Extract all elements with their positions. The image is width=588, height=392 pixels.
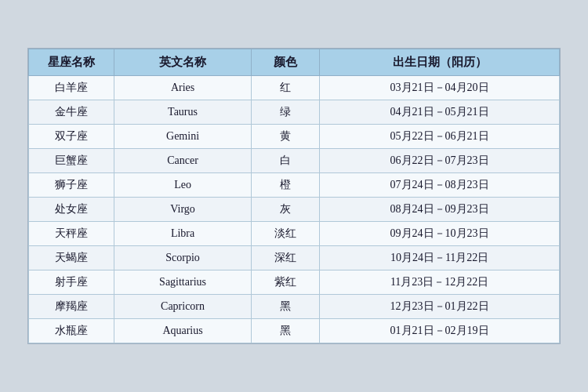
table-row: 白羊座Aries红03月21日－04月20日 [29,76,560,100]
cell-color: 深红 [251,246,319,270]
cell-chinese: 狮子座 [29,173,114,198]
table-header-row: 星座名称 英文名称 颜色 出生日期（阳历） [29,49,560,76]
cell-date: 06月22日－07月23日 [320,149,560,173]
cell-english: Aries [114,76,252,100]
cell-chinese: 金牛座 [29,100,114,125]
cell-color: 黑 [251,295,319,319]
cell-date: 08月24日－09月23日 [320,198,560,222]
table-row: 水瓶座Aquarius黑01月21日－02月19日 [29,319,560,343]
table-row: 摩羯座Capricorn黑12月23日－01月22日 [29,295,560,319]
cell-color: 绿 [251,100,319,125]
table-row: 天秤座Libra淡红09月24日－10月23日 [29,222,560,246]
header-chinese: 星座名称 [29,49,114,76]
cell-english: Cancer [114,149,252,173]
cell-date: 04月21日－05月21日 [320,100,560,125]
table-row: 天蝎座Scorpio深红10月24日－11月22日 [29,246,560,270]
cell-chinese: 处女座 [29,198,114,222]
table-row: 处女座Virgo灰08月24日－09月23日 [29,198,560,222]
cell-date: 09月24日－10月23日 [320,222,560,246]
cell-chinese: 天蝎座 [29,246,114,270]
zodiac-table: 星座名称 英文名称 颜色 出生日期（阳历） 白羊座Aries红03月21日－04… [28,49,560,343]
zodiac-table-container: 星座名称 英文名称 颜色 出生日期（阳历） 白羊座Aries红03月21日－04… [27,48,561,344]
cell-english: Virgo [114,198,252,222]
table-row: 射手座Sagittarius紫红11月23日－12月22日 [29,270,560,295]
cell-date: 05月22日－06月21日 [320,125,560,149]
table-row: 巨蟹座Cancer白06月22日－07月23日 [29,149,560,173]
cell-chinese: 巨蟹座 [29,149,114,173]
cell-date: 03月21日－04月20日 [320,76,560,100]
cell-date: 01月21日－02月19日 [320,319,560,343]
header-date: 出生日期（阳历） [320,49,560,76]
header-color: 颜色 [251,49,319,76]
cell-english: Capricorn [114,295,252,319]
cell-english: Scorpio [114,246,252,270]
cell-english: Leo [114,173,252,198]
cell-chinese: 射手座 [29,270,114,295]
cell-color: 黑 [251,319,319,343]
cell-color: 红 [251,76,319,100]
cell-english: Aquarius [114,319,252,343]
cell-date: 11月23日－12月22日 [320,270,560,295]
cell-chinese: 摩羯座 [29,295,114,319]
cell-color: 灰 [251,198,319,222]
cell-date: 12月23日－01月22日 [320,295,560,319]
cell-chinese: 白羊座 [29,76,114,100]
cell-chinese: 水瓶座 [29,319,114,343]
cell-english: Libra [114,222,252,246]
table-body: 白羊座Aries红03月21日－04月20日金牛座Taurus绿04月21日－0… [29,76,560,343]
table-row: 双子座Gemini黄05月22日－06月21日 [29,125,560,149]
table-row: 狮子座Leo橙07月24日－08月23日 [29,173,560,198]
cell-color: 淡红 [251,222,319,246]
cell-chinese: 双子座 [29,125,114,149]
cell-english: Taurus [114,100,252,125]
cell-color: 白 [251,149,319,173]
cell-date: 07月24日－08月23日 [320,173,560,198]
cell-color: 橙 [251,173,319,198]
cell-english: Gemini [114,125,252,149]
cell-color: 紫红 [251,270,319,295]
cell-color: 黄 [251,125,319,149]
cell-chinese: 天秤座 [29,222,114,246]
table-row: 金牛座Taurus绿04月21日－05月21日 [29,100,560,125]
header-english: 英文名称 [114,49,252,76]
cell-date: 10月24日－11月22日 [320,246,560,270]
cell-english: Sagittarius [114,270,252,295]
